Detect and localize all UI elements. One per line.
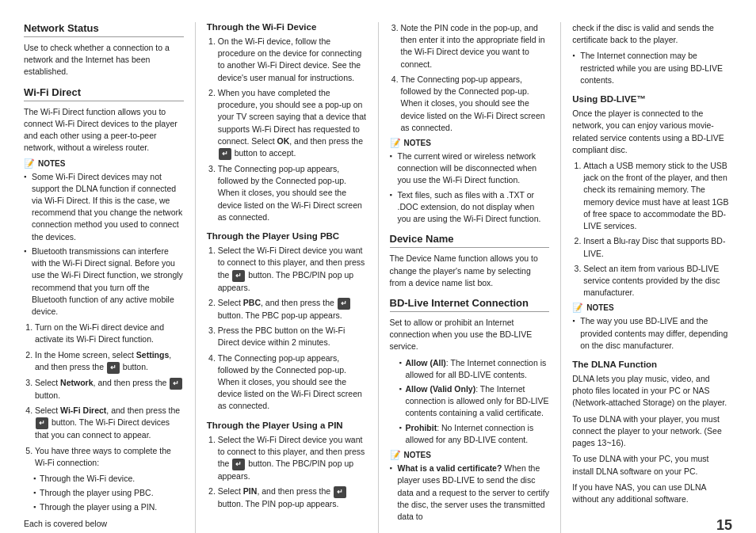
using-bdlive-heading: Using BD-LIVE™ [572,94,732,104]
step-item: In the Home screen, select Settings, and… [35,349,184,374]
notes-label: 📝 NOTES [390,450,550,460]
bdlive-connection-heading: BD-Live Internet Connection [390,297,550,312]
step-item: The Connecting pop-up appears, followed … [218,163,367,223]
notes-label: 📝 NOTES [24,158,184,169]
ways-item: Through the player using PBC. [33,487,184,499]
note-icon: 📝 [390,138,401,148]
column-4: check if the disc is valid and sends the… [561,22,732,533]
wifi-direct-notes: 📝 NOTES Some Wi-Fi Direct devices may no… [24,158,184,318]
step-item: Select PBC, and then press the ↵ button.… [218,297,367,322]
note-item: What is a valid certificate? When the pl… [390,463,550,523]
through-wifi-device-heading: Through the Wi-Fi Device [207,22,367,32]
column-3: Note the PIN code in the pop-up, and the… [379,22,562,533]
step-item: The Connecting pop-up appears, followed … [401,74,550,134]
pin-steps: Select the Wi-Fi Direct device you want … [218,434,367,511]
wifi-direct-steps: Turn on the Wi-Fi direct device and acti… [35,322,184,469]
notes-label: 📝 NOTES [390,138,550,148]
notes-label: 📝 NOTES [572,303,732,313]
option-item: Prohibit: No Internet connection is allo… [399,422,550,446]
step-item: Press the PBC button on the Wi-Fi Direct… [218,325,367,348]
through-player-pin-heading: Through the Player Using a PIN [207,421,367,430]
step-item: Attach a USB memory stick to the USB jac… [583,160,732,232]
step-item: Select Wi-Fi Direct, and then press the … [35,405,184,441]
bdlive-options: Allow (All): The Internet connection is … [399,357,550,447]
col3-notes-list: The current wired or wireless network co… [390,150,550,225]
step-item: Select Network, and then press the ↵ but… [35,377,184,402]
step-item: Select an item from various BD-LIVE serv… [583,263,732,299]
step-item: When you have completed the procedure, y… [218,87,367,160]
option-item: Allow (All): The Internet connection is … [399,357,550,381]
col3-continued-steps: Note the PIN code in the pop-up, and the… [401,22,550,134]
step-item: Select the Wi-Fi Direct device you want … [218,245,367,294]
note-item: The way you use BD-LIVE and the provided… [572,315,732,352]
network-status-body: Use to check whether a connection to a n… [24,42,184,78]
bdlive-steps: Attach a USB memory stick to the USB jac… [583,160,732,299]
wifi-device-steps: On the Wi-Fi device, follow the procedur… [218,36,367,223]
step-item: The Connecting pop-up appears, followed … [218,352,367,413]
bdlive-notes: 📝 NOTES What is a valid certificate? Whe… [390,450,550,523]
dlna-body1: DLNA lets you play music, video, and pho… [572,373,732,409]
device-name-heading: Device Name [390,233,550,248]
col4-internet-notes: The Internet connection may be restricte… [572,50,732,86]
wifi-direct-intro: The Wi-Fi Direct function allows you to … [24,106,184,154]
col3-notes: 📝 NOTES The current wired or wireless ne… [390,138,550,225]
note-icon: 📝 [390,450,401,460]
ways-item: Through the player using a PIN. [33,501,184,513]
dlna-function-heading: The DLNA Function [572,360,732,369]
device-name-body: The Device Name function allows you to c… [390,253,550,289]
option-item: Allow (Valid Only): The Internet connect… [399,383,550,420]
pbc-steps: Select the Wi-Fi Direct device you want … [218,245,367,413]
note-item: Bluetooth transmissions can interfere wi… [24,246,184,318]
dlna-body4: If you have NAS, you can use DLNA withou… [572,482,732,505]
step-item: You have three ways to complete the Wi-F… [35,445,184,469]
column-1: Network Status Use to check whether a co… [24,22,196,533]
col4-continued: check if the disc is valid and sends the… [572,22,732,46]
bdlive-notes-list: What is a valid certificate? When the pl… [390,463,550,523]
note-item: Some Wi-Fi Direct devices may not suppor… [24,171,184,243]
step-item: Turn on the Wi-Fi direct device and acti… [35,322,184,345]
col4-notes-list: The Internet connection may be restricte… [572,50,732,86]
bdlive-once-connected: Once the player is connected to the netw… [572,108,732,156]
wifi-direct-heading: Wi-Fi Direct [24,86,184,101]
ways-list: Through the Wi-Fi device. Through the pl… [33,473,184,514]
wifi-direct-notes-list: Some Wi-Fi Direct devices may not suppor… [24,171,184,318]
bdlive-intro: Set to allow or prohibit an Internet con… [390,317,550,353]
step-item: Select the Wi-Fi Direct device you want … [218,434,367,483]
bdlive2-notes-list: The way you use BD-LIVE and the provided… [572,315,732,352]
note-icon: 📝 [572,303,583,313]
dlna-body3: To use DLNA with your PC, you must insta… [572,453,732,477]
page-number: 15 [716,517,732,533]
step-item: On the Wi-Fi device, follow the procedur… [218,36,367,84]
note-icon: 📝 [24,158,35,169]
note-item: The Internet connection may be restricte… [572,50,732,86]
columns-container: Network Status Use to check whether a co… [24,22,732,533]
dlna-body2: To use DLNA with your player, you must c… [572,413,732,450]
step-item: Insert a Blu-ray Disc that supports BD-L… [583,235,732,259]
ways-item: Through the Wi-Fi device. [33,473,184,485]
step-item: Select PIN, and then press the ↵ button.… [218,485,367,510]
through-player-pbc-heading: Through the Player Using PBC [207,231,367,241]
step-item: Note the PIN code in the pop-up, and the… [401,22,550,70]
bdlive2-notes: 📝 NOTES The way you use BD-LIVE and the … [572,303,732,352]
network-status-heading: Network Status [24,22,184,37]
note-item: Text files, such as files with a .TXT or… [390,189,550,226]
column-2: Through the Wi-Fi Device On the Wi-Fi de… [196,22,379,533]
page: Network Status Use to check whether a co… [0,0,756,533]
note-item: The current wired or wireless network co… [390,150,550,187]
ways-note: Each is covered below [24,518,184,530]
